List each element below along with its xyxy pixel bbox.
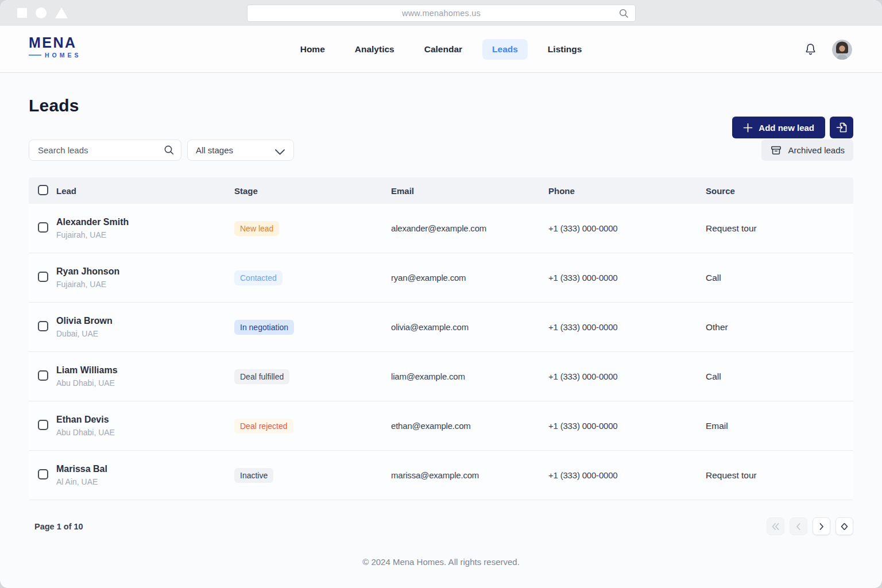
archived-leads-button[interactable]: Archived leads xyxy=(761,140,853,161)
lead-location: Abu Dhabi, UAE xyxy=(56,378,234,388)
lead-location: Abu Dhabi, UAE xyxy=(56,428,234,437)
url-text: www.menahomes.us xyxy=(402,9,481,18)
table-row: Liam Williams Abu Dhabi, UAE Deal fulfil… xyxy=(29,352,853,401)
column-header-phone: Phone xyxy=(548,186,706,196)
stage-badge: Deal fulfilled xyxy=(234,369,289,384)
stage-filter-select[interactable]: All stages xyxy=(187,140,294,161)
lead-email: alexander@example.com xyxy=(391,223,548,233)
search-icon xyxy=(164,145,175,158)
file-import-icon xyxy=(835,121,849,134)
url-search-icon[interactable] xyxy=(618,8,629,21)
page-title: Leads xyxy=(29,96,853,115)
nav-item-calendar[interactable]: Calendar xyxy=(415,39,472,60)
copyright-text: © 2024 Mena Homes. All rights reserved. xyxy=(29,557,853,567)
add-new-lead-button[interactable]: Add new lead xyxy=(732,117,825,138)
lead-source: Request tour xyxy=(706,470,853,481)
window-triangle-icon xyxy=(55,7,68,18)
window-square-icon xyxy=(17,8,27,18)
lead-phone: +1 (333) 000-0000 xyxy=(548,372,706,381)
nav-item-label: Home xyxy=(300,44,325,54)
lead-source: Call xyxy=(706,273,853,283)
table-row: Olivia Brown Dubai, UAE In negotiation o… xyxy=(29,303,853,352)
table-row: Marissa Bal Al Ain, UAE Inactive marissa… xyxy=(29,451,853,500)
lead-name: Ryan Jhonson xyxy=(56,266,234,277)
nav-item-label: Listings xyxy=(548,44,582,54)
row-checkbox[interactable] xyxy=(38,321,48,331)
window-controls xyxy=(17,0,68,26)
nav-item-leads[interactable]: Leads xyxy=(482,39,528,60)
address-bar[interactable]: www.menahomes.us xyxy=(247,5,636,22)
next-page-button[interactable] xyxy=(813,517,830,535)
nav-item-home[interactable]: Home xyxy=(291,39,335,60)
stage-filter-value: All stages xyxy=(196,145,233,155)
window-circle-icon xyxy=(36,7,47,18)
lead-source: Other xyxy=(706,322,853,332)
nav-item-analytics[interactable]: Analytics xyxy=(345,39,404,60)
stage-badge: Contacted xyxy=(234,270,283,285)
lead-location: Fujairah, UAE xyxy=(56,230,234,239)
chevron-down-icon xyxy=(274,148,285,157)
lead-email: marissa@example.com xyxy=(391,470,548,480)
leads-table: Lead Stage Email Phone Source Alexander … xyxy=(29,177,853,500)
lead-name: Ethan Devis xyxy=(56,415,234,425)
column-header-lead: Lead xyxy=(56,186,234,196)
user-avatar[interactable] xyxy=(832,40,852,60)
browser-chrome: www.menahomes.us xyxy=(0,0,882,26)
lead-source: Request tour xyxy=(706,223,853,234)
lead-email: ethan@example.com xyxy=(391,421,548,431)
add-new-lead-label: Add new lead xyxy=(759,123,814,133)
nav-item-label: Leads xyxy=(492,44,518,54)
main-nav: HomeAnalyticsCalendarLeadsListings xyxy=(0,26,882,73)
import-leads-button[interactable] xyxy=(830,117,853,138)
lead-source: Email xyxy=(706,421,853,431)
site-header: MENA HOMES HomeAnalyticsCalendarLeadsLis… xyxy=(0,26,882,73)
lead-phone: +1 (333) 000-0000 xyxy=(548,322,706,332)
row-checkbox[interactable] xyxy=(38,420,48,430)
previous-page-button[interactable] xyxy=(790,517,807,535)
main-content: Leads Add new lead xyxy=(0,96,882,567)
archived-leads-label: Archived leads xyxy=(788,145,845,155)
table-row: Alexander Smith Fujairah, UAE New lead a… xyxy=(29,204,853,253)
stage-badge: New lead xyxy=(234,221,279,236)
first-page-button[interactable] xyxy=(767,517,784,535)
lead-email: olivia@example.com xyxy=(391,322,548,332)
archive-box-icon xyxy=(770,145,782,156)
column-header-stage: Stage xyxy=(234,186,391,196)
browser-window: www.menahomes.us MENA HOMES HomeAnalytic… xyxy=(0,0,882,588)
search-leads-input[interactable] xyxy=(29,140,181,161)
lead-phone: +1 (333) 000-0000 xyxy=(548,223,706,233)
page-indicator: Page 1 of 10 xyxy=(29,522,83,531)
stage-badge: Deal rejected xyxy=(234,419,293,434)
row-checkbox[interactable] xyxy=(38,370,48,381)
pagination-bar: Page 1 of 10 xyxy=(29,517,853,535)
lead-phone: +1 (333) 000-0000 xyxy=(548,470,706,480)
plus-icon xyxy=(743,123,753,133)
lead-location: Dubai, UAE xyxy=(56,329,234,338)
select-all-checkbox[interactable] xyxy=(38,185,48,195)
row-checkbox[interactable] xyxy=(38,469,48,479)
row-checkbox[interactable] xyxy=(38,272,48,282)
last-page-button[interactable] xyxy=(835,517,853,535)
lead-phone: +1 (333) 000-0000 xyxy=(548,421,706,431)
nav-item-label: Calendar xyxy=(424,44,462,54)
lead-source: Call xyxy=(706,372,853,382)
column-header-email: Email xyxy=(391,186,548,196)
column-header-source: Source xyxy=(706,186,853,196)
lead-location: Al Ain, UAE xyxy=(56,477,234,486)
stage-badge: In negotiation xyxy=(234,320,294,335)
lead-location: Fujairah, UAE xyxy=(56,280,234,289)
nav-item-listings[interactable]: Listings xyxy=(538,39,591,60)
lead-phone: +1 (333) 000-0000 xyxy=(548,273,706,283)
lead-email: ryan@example.com xyxy=(391,273,548,283)
notification-bell-icon[interactable] xyxy=(804,42,817,56)
table-header-row: Lead Stage Email Phone Source xyxy=(29,177,853,204)
table-row: Ryan Jhonson Fujairah, UAE Contacted rya… xyxy=(29,253,853,303)
row-checkbox[interactable] xyxy=(38,222,48,233)
lead-name: Alexander Smith xyxy=(56,217,234,227)
lead-email: liam@example.com xyxy=(391,372,548,381)
stage-badge: Inactive xyxy=(234,468,273,483)
search-leads-box xyxy=(29,140,181,161)
nav-item-label: Analytics xyxy=(355,44,394,54)
lead-name: Liam Williams xyxy=(56,365,234,376)
lead-name: Olivia Brown xyxy=(56,316,234,326)
